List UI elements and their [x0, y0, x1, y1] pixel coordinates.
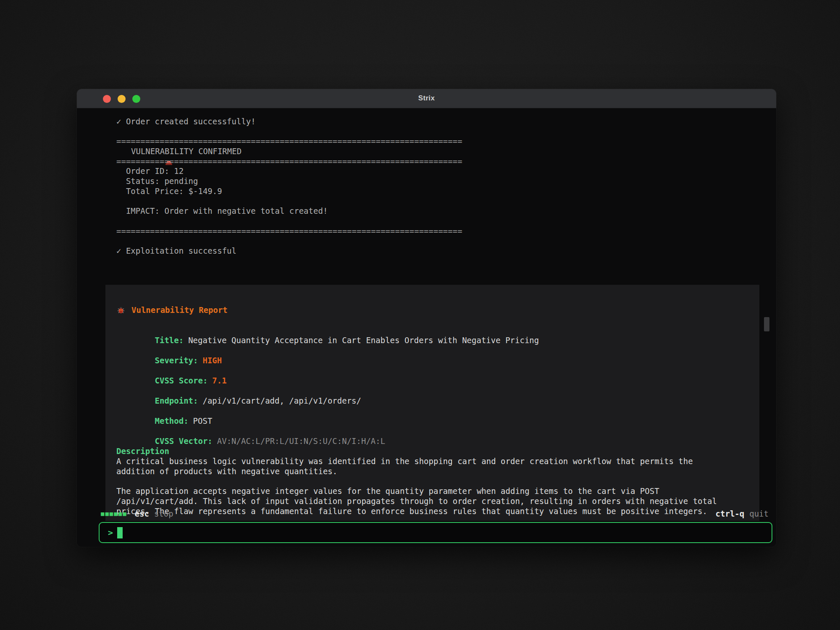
- field-label: CVSS Score:: [155, 376, 208, 385]
- footer-key-ctrl-q[interactable]: ctrl-q: [716, 509, 745, 518]
- report-field-title: Title:Negative Quantity Acceptance in Ca…: [116, 325, 748, 335]
- footer-key-esc[interactable]: esc: [135, 509, 149, 518]
- divider-line: ========================================…: [116, 157, 462, 167]
- window-title: Strix: [77, 94, 776, 102]
- divider-line: ========================================…: [116, 136, 462, 147]
- field-value: Negative Quantity Acceptance in Cart Ena…: [188, 336, 539, 345]
- blank-line: [116, 236, 462, 246]
- bug-icon: [116, 305, 126, 315]
- order-id-line: Order ID: 12: [116, 166, 462, 176]
- blank-line: [116, 127, 462, 137]
- report-field-method: Method:POST: [116, 406, 748, 416]
- strix-window: Strix ✓ Order created successfully! ====…: [77, 89, 776, 547]
- field-value: AV:N/AC:L/PR:L/UI:N/S:U/C:N/I:H/A:L: [217, 436, 385, 446]
- terminal-log: ✓ Order created successfully! ==========…: [116, 117, 462, 256]
- blank-line: [116, 216, 462, 226]
- report-field-endpoint: Endpoint:/api/v1/cart/add, /api/v1/order…: [116, 386, 748, 396]
- footer-bar: ■■■■■■ esc stop ctrl-q quit: [77, 507, 776, 520]
- footer-action-stop[interactable]: stop: [154, 509, 173, 518]
- command-input[interactable]: >: [99, 522, 772, 543]
- report-field-severity: Severity:HIGH: [116, 345, 748, 355]
- field-value: HIGH: [202, 356, 222, 365]
- terminal-output-region: ✓ Order created successfully! ==========…: [77, 109, 776, 421]
- footer-action-quit[interactable]: quit: [749, 509, 769, 518]
- report-field-cvss-score: CVSS Score:7.1: [116, 365, 748, 375]
- field-label: Title:: [155, 336, 184, 345]
- prompt-symbol: >: [108, 528, 113, 538]
- order-success-line: ✓ Order created successfully!: [116, 117, 462, 127]
- field-label: Method:: [155, 416, 189, 425]
- scrollbar-thumb[interactable]: [764, 317, 769, 331]
- divider-line: ========================================…: [116, 226, 462, 236]
- field-label: CVSS Vector:: [155, 436, 213, 446]
- description-heading: Description: [116, 446, 748, 456]
- footer-left: ■■■■■■ esc stop: [101, 509, 173, 518]
- window-titlebar[interactable]: Strix: [77, 89, 776, 108]
- vulnerability-confirmed-line: VULNERABILITY CONFIRMED: [116, 147, 462, 157]
- impact-line: IMPACT: Order with negative total create…: [116, 206, 462, 216]
- exploitation-success-line: ✓ Exploitation successful: [116, 246, 462, 256]
- field-label: Severity:: [155, 356, 198, 365]
- report-header-label: Vulnerability Report: [131, 305, 228, 315]
- vulnerability-report-panel: Vulnerability Report Title:Negative Quan…: [105, 285, 759, 521]
- report-field-cvss-vector: CVSS Vector:AV:N/AC:L/PR:L/UI:N/S:U/C:N/…: [116, 426, 748, 436]
- field-value: POST: [193, 416, 213, 425]
- footer-right: ctrl-q quit: [716, 509, 769, 518]
- report-header: Vulnerability Report: [116, 305, 748, 315]
- activity-indicator-icon: ■■■■■■: [101, 510, 127, 517]
- alert-title: VULNERABILITY CONFIRMED: [131, 147, 242, 157]
- order-status-line: Status: pending: [116, 176, 462, 186]
- blank-line: [116, 197, 462, 207]
- description-paragraph: A critical business logic vulnerability …: [116, 456, 748, 476]
- total-price-line: Total Price: $-149.9: [116, 186, 462, 197]
- siren-icon: [116, 147, 126, 156]
- text-cursor: [117, 527, 123, 538]
- field-value: 7.1: [212, 376, 226, 385]
- field-value: /api/v1/cart/add, /api/v1/orders/: [202, 396, 361, 405]
- field-label: Endpoint:: [155, 396, 198, 405]
